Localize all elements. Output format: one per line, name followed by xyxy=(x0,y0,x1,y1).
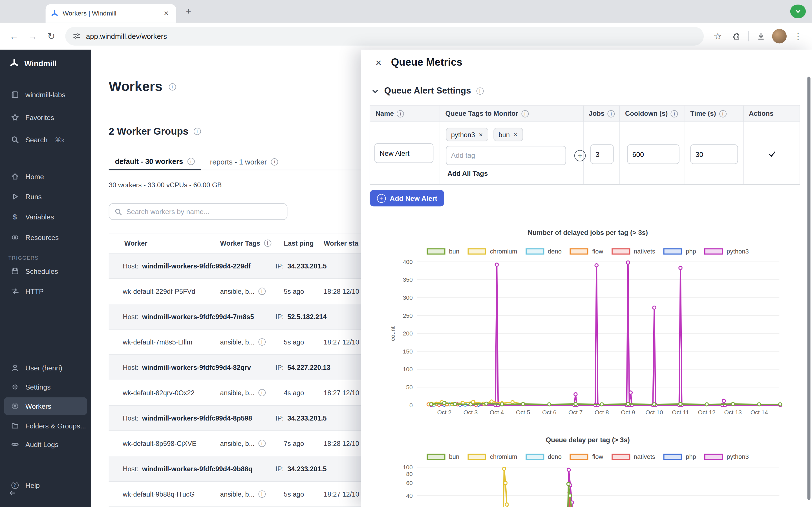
sidebar-item-home[interactable]: Home xyxy=(4,168,87,185)
sidebar-item-variables[interactable]: $ Variables xyxy=(4,208,87,225)
info-icon[interactable]: i xyxy=(258,288,266,295)
legend-item[interactable]: flow xyxy=(570,248,603,255)
legend-item[interactable]: python3 xyxy=(704,453,749,460)
legend-item[interactable]: deno xyxy=(525,453,562,460)
cooldown-input[interactable] xyxy=(627,144,679,164)
legend-item[interactable]: php xyxy=(663,453,696,460)
host-ip: IP:34.233.201.5 xyxy=(275,406,326,431)
browser-tab[interactable]: Workers | Windmill ✕ xyxy=(46,4,176,23)
chevron-down-icon[interactable] xyxy=(371,87,379,95)
info-icon[interactable]: i xyxy=(258,440,266,447)
sidebar-item-workspace[interactable]: windmill-labs xyxy=(4,86,87,103)
browser-update-button[interactable] xyxy=(790,5,806,18)
sidebar-item-search[interactable]: Search ⌘k xyxy=(4,131,87,149)
tag-chip[interactable]: bun✕ xyxy=(493,128,523,142)
time-input[interactable] xyxy=(690,144,738,164)
info-icon[interactable]: i xyxy=(187,158,195,165)
delayed-jobs-chart[interactable]: 050100150200250300350400Oct 2Oct 3Oct 4O… xyxy=(389,258,787,420)
legend-label: php xyxy=(686,453,696,460)
tab-reports-label: reports - 1 worker xyxy=(210,158,267,166)
add-new-alert-button[interactable]: + Add New Alert xyxy=(370,190,444,207)
legend-item[interactable]: flow xyxy=(570,453,603,460)
remove-tag-icon[interactable]: ✕ xyxy=(513,131,518,137)
audit-logs-label: Audit Logs xyxy=(26,441,58,448)
alert-name-input[interactable] xyxy=(374,144,434,163)
help-label: Help xyxy=(26,482,40,489)
sidebar-item-user[interactable]: User (henri) xyxy=(4,359,87,377)
legend-item[interactable]: python3 xyxy=(704,248,749,255)
queue-alert-settings-header[interactable]: Queue Alert Settings i xyxy=(371,86,484,96)
tab-default-group[interactable]: default - 30 workers i xyxy=(109,153,201,170)
forward-button[interactable]: → xyxy=(24,27,41,45)
legend-item[interactable]: bun xyxy=(427,248,460,255)
queue-delay-chart[interactable]: 100806040 xyxy=(389,464,787,507)
sidebar-item-schedules[interactable]: Schedules xyxy=(4,262,87,280)
info-icon[interactable]: i xyxy=(258,490,266,498)
worker-tags: ansible, b...i xyxy=(220,279,266,304)
sidebar-item-runs[interactable]: Runs xyxy=(4,188,87,205)
legend-item[interactable]: deno xyxy=(525,248,562,255)
info-icon[interactable]: i xyxy=(608,110,615,117)
address-bar[interactable]: app.windmill.dev/workers xyxy=(65,27,704,46)
gear-icon xyxy=(10,383,19,391)
legend-swatch xyxy=(525,248,544,255)
info-icon[interactable]: i xyxy=(476,87,484,95)
workers-label: Workers xyxy=(26,402,51,410)
drawer-scrollbar[interactable] xyxy=(807,76,810,500)
info-icon[interactable]: i xyxy=(271,158,278,165)
tag-chip[interactable]: python3✕ xyxy=(446,128,488,142)
back-button[interactable]: ← xyxy=(5,27,22,45)
worker-tags: ansible, b...i xyxy=(220,330,266,354)
site-settings-icon[interactable] xyxy=(72,32,81,40)
svg-text:400: 400 xyxy=(403,259,413,265)
info-icon[interactable]: i xyxy=(168,83,176,91)
brand[interactable]: Windmill xyxy=(4,54,87,72)
legend-item[interactable]: bun xyxy=(427,453,460,460)
legend-item[interactable]: chromium xyxy=(468,248,517,255)
sidebar-item-settings[interactable]: Settings xyxy=(4,378,87,396)
info-icon[interactable]: i xyxy=(258,389,266,396)
browser-menu-icon[interactable]: ⋮ xyxy=(789,27,807,45)
sidebar-item-workers[interactable]: Workers xyxy=(4,397,87,415)
legend-item[interactable]: nativets xyxy=(612,453,655,460)
legend-swatch xyxy=(427,248,446,255)
info-icon[interactable]: i xyxy=(194,128,201,135)
confirm-alert-button[interactable] xyxy=(744,150,801,158)
legend-item[interactable]: chromium xyxy=(468,453,517,460)
sidebar-item-favorites[interactable]: Favorites xyxy=(4,109,87,126)
jobs-input[interactable] xyxy=(591,144,614,164)
info-icon[interactable]: i xyxy=(719,110,726,117)
sidebar-item-resources[interactable]: Resources xyxy=(4,229,87,246)
info-icon[interactable]: i xyxy=(258,338,266,346)
host-ip: IP:34.233.201.5 xyxy=(275,253,326,278)
info-icon[interactable]: i xyxy=(264,239,271,247)
search-input[interactable] xyxy=(126,208,282,216)
remove-tag-icon[interactable]: ✕ xyxy=(479,131,483,137)
close-drawer-button[interactable]: ✕ xyxy=(371,56,386,70)
worker-search[interactable] xyxy=(109,203,288,220)
bookmark-star-icon[interactable]: ☆ xyxy=(709,27,726,45)
sidebar-item-audit-logs[interactable]: Audit Logs xyxy=(4,436,87,453)
worker-last-ping: 7s ago xyxy=(284,431,304,456)
svg-text:Oct 8: Oct 8 xyxy=(595,409,609,415)
add-tag-input[interactable] xyxy=(446,146,566,165)
extensions-icon[interactable] xyxy=(728,27,745,45)
info-icon[interactable]: i xyxy=(521,110,529,117)
tab-default-label: default - 30 workers xyxy=(115,157,183,165)
reload-button[interactable]: ↻ xyxy=(43,27,60,45)
windmill-logo-icon xyxy=(9,58,19,68)
legend-item[interactable]: php xyxy=(663,248,696,255)
new-tab-button[interactable]: + xyxy=(183,6,195,18)
tab-reports-group[interactable]: reports - 1 worker i xyxy=(204,153,285,170)
collapse-sidebar-icon[interactable] xyxy=(8,489,16,497)
info-icon[interactable]: i xyxy=(671,110,678,117)
sidebar-item-http[interactable]: HTTP xyxy=(4,283,87,300)
sidebar-item-folders-groups[interactable]: Folders & Groups... xyxy=(4,417,87,434)
profile-avatar[interactable] xyxy=(772,29,786,43)
legend-item[interactable]: nativets xyxy=(612,248,655,255)
downloads-icon[interactable] xyxy=(752,27,769,45)
svg-text:80: 80 xyxy=(406,471,412,477)
tab-close-icon[interactable]: ✕ xyxy=(161,9,171,18)
info-icon[interactable]: i xyxy=(397,110,404,117)
add-all-tags-button[interactable]: Add All Tags xyxy=(448,170,488,177)
